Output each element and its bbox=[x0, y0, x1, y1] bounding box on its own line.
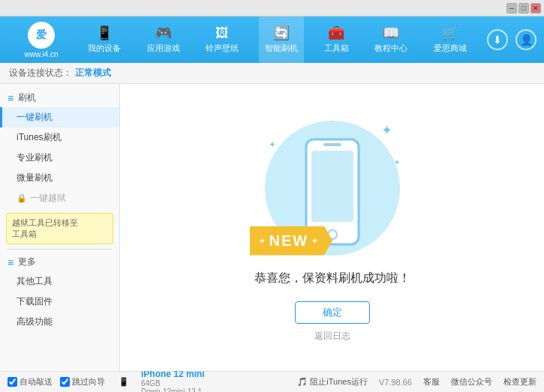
sidebar-section-more: ≡ 更多 bbox=[0, 253, 119, 271]
logo-icon: 爱 bbox=[28, 22, 55, 49]
nav-my-device-label: 我的设备 bbox=[88, 43, 121, 54]
sparkle-icon-3: ✦ bbox=[394, 158, 400, 166]
back-home-link[interactable]: 返回日志 bbox=[314, 330, 350, 343]
one-click-flash-label: 一键刷机 bbox=[17, 112, 53, 122]
sidebar-item-pro-flash[interactable]: 专业刷机 bbox=[0, 148, 119, 168]
nav-apps-games[interactable]: 🎮 应用游戏 bbox=[141, 16, 186, 63]
sidebar-item-download-firmware[interactable]: 下载固件 bbox=[0, 292, 119, 312]
sidebar-item-one-click-flash[interactable]: 一键刷机 bbox=[0, 107, 119, 127]
sidebar-item-wipe-flash[interactable]: 微量刷机 bbox=[0, 168, 119, 188]
sidebar-item-jailbreak-locked: 🔒 一键越狱 bbox=[0, 188, 119, 208]
header: 爱 www.i4.cn 📱 我的设备 🎮 应用游戏 🖼 铃声壁纸 🔄 智能刷机 … bbox=[0, 16, 544, 63]
nav-store[interactable]: 🛒 爱思商城 bbox=[428, 16, 473, 63]
sidebar-notice: 越狱工具已转移至工具箱 bbox=[6, 213, 113, 244]
bottom-bar: 自动敲送 跳过向导 📱 iPhone 12 mini 64GB Down-12m… bbox=[0, 371, 544, 392]
nav-store-label: 爱思商城 bbox=[434, 43, 467, 54]
wipe-flash-label: 微量刷机 bbox=[17, 172, 53, 183]
download-firmware-label: 下载固件 bbox=[17, 296, 53, 307]
itunes-icon: 🎵 bbox=[297, 377, 308, 387]
content-area: ✦ ✦ ✦ ✦ NEW ✦ bbox=[120, 84, 544, 371]
confirm-button[interactable]: 确定 bbox=[295, 301, 370, 324]
nav-toolbox-label: 工具箱 bbox=[324, 43, 349, 54]
update-link[interactable]: 检查更新 bbox=[503, 376, 536, 388]
close-button[interactable]: ✕ bbox=[530, 3, 541, 13]
skip-wizard-label: 跳过向导 bbox=[72, 376, 105, 388]
new-badge: ✦ NEW ✦ bbox=[250, 226, 333, 256]
auto-send-label: 自动敲送 bbox=[20, 376, 53, 388]
logo-text: www.i4.cn bbox=[24, 50, 58, 58]
title-bar: ─ □ ✕ bbox=[0, 0, 544, 16]
nav-smart-flash[interactable]: 🔄 智能刷机 bbox=[259, 16, 304, 63]
sparkle-icon-2: ✦ bbox=[269, 139, 276, 150]
window-controls: ─ □ ✕ bbox=[506, 3, 541, 13]
device-section: 📱 iPhone 12 mini 64GB Down-12mini-13,1 bbox=[119, 369, 205, 393]
nav-tutorial-label: 教程中心 bbox=[374, 43, 407, 54]
sidebar-item-itunes-flash[interactable]: iTunes刷机 bbox=[0, 127, 119, 148]
nav-my-device[interactable]: 📱 我的设备 bbox=[82, 16, 127, 63]
logo-area: 爱 www.i4.cn bbox=[8, 22, 75, 58]
itunes-flash-label: iTunes刷机 bbox=[17, 132, 62, 142]
itunes-status-label: 阻止iTunes运行 bbox=[310, 376, 368, 388]
store-icon: 🛒 bbox=[442, 26, 458, 40]
nav-bar: 📱 我的设备 🎮 应用游戏 🖼 铃声壁纸 🔄 智能刷机 🧰 工具箱 📖 教程中心… bbox=[75, 16, 479, 63]
nav-wallpaper-label: 铃声壁纸 bbox=[206, 43, 239, 54]
main-layout: ≡ 刷机 一键刷机 iTunes刷机 专业刷机 微量刷机 🔒 一键越狱 越狱工具… bbox=[0, 84, 544, 371]
auto-send-checkbox[interactable]: 自动敲送 bbox=[8, 376, 53, 388]
service-link[interactable]: 客服 bbox=[423, 376, 440, 388]
nav-toolbox[interactable]: 🧰 工具箱 bbox=[318, 16, 355, 63]
status-label: 设备连接状态： bbox=[9, 67, 72, 79]
lock-icon: 🔒 bbox=[17, 193, 27, 203]
device-info: iPhone 12 mini 64GB Down-12mini-13,1 bbox=[141, 369, 205, 393]
svg-rect-2 bbox=[323, 143, 341, 146]
nav-wallpaper[interactable]: 🖼 铃声壁纸 bbox=[200, 16, 245, 63]
device-model: Down-12mini-13,1 bbox=[141, 388, 205, 393]
sidebar: ≡ 刷机 一键刷机 iTunes刷机 专业刷机 微量刷机 🔒 一键越狱 越狱工具… bbox=[0, 84, 120, 371]
header-right: ⬇ 👤 bbox=[487, 29, 536, 50]
device-phone-icon: 📱 bbox=[119, 377, 129, 387]
minimize-button[interactable]: ─ bbox=[506, 3, 517, 13]
svg-rect-1 bbox=[311, 151, 353, 222]
version-label: V7.98.66 bbox=[379, 378, 412, 387]
auto-send-input[interactable] bbox=[8, 377, 17, 387]
status-bar: 设备连接状态： 正常模式 bbox=[0, 63, 544, 84]
itunes-status: 🎵 阻止iTunes运行 bbox=[297, 376, 368, 388]
sidebar-section-flash-label: 刷机 bbox=[18, 91, 36, 104]
maximize-button[interactable]: □ bbox=[518, 3, 529, 13]
phone-icon: 📱 bbox=[96, 26, 113, 40]
phone-illustration: ✦ ✦ ✦ ✦ NEW ✦ bbox=[257, 113, 407, 271]
sidebar-divider bbox=[8, 249, 112, 250]
sidebar-section-flash: ≡ 刷机 bbox=[0, 87, 119, 107]
skip-wizard-input[interactable] bbox=[60, 377, 70, 387]
games-icon: 🎮 bbox=[155, 26, 172, 40]
new-badge-text: NEW bbox=[269, 232, 309, 250]
bottom-left: 自动敲送 跳过向导 📱 iPhone 12 mini 64GB Down-12m… bbox=[8, 369, 205, 393]
wechat-link[interactable]: 微信公众号 bbox=[451, 376, 492, 388]
success-message: 恭喜您，保资料刷机成功啦！ bbox=[254, 271, 410, 286]
skip-wizard-checkbox[interactable]: 跳过向导 bbox=[60, 376, 105, 388]
user-button[interactable]: 👤 bbox=[515, 29, 536, 50]
star-right-icon: ✦ bbox=[311, 237, 319, 245]
new-badge-content: ✦ NEW ✦ bbox=[259, 232, 320, 250]
advanced-label: 高级功能 bbox=[17, 316, 53, 327]
nav-flash-label: 智能刷机 bbox=[265, 43, 298, 54]
sparkle-icon-1: ✦ bbox=[381, 122, 392, 139]
pro-flash-label: 专业刷机 bbox=[17, 152, 53, 163]
nav-apps-label: 应用游戏 bbox=[147, 43, 180, 54]
star-left-icon: ✦ bbox=[259, 237, 266, 245]
sidebar-section-more-label: 更多 bbox=[18, 256, 36, 268]
flash-section-icon: ≡ bbox=[8, 92, 14, 104]
status-value: 正常模式 bbox=[75, 67, 111, 79]
sidebar-item-other-tools[interactable]: 其他工具 bbox=[0, 271, 119, 292]
nav-tutorial[interactable]: 📖 教程中心 bbox=[368, 16, 413, 63]
download-button[interactable]: ⬇ bbox=[487, 29, 508, 50]
other-tools-label: 其他工具 bbox=[17, 276, 53, 286]
notice-text: 越狱工具已转移至工具箱 bbox=[12, 218, 78, 238]
success-content: ✦ ✦ ✦ ✦ NEW ✦ bbox=[254, 113, 410, 343]
wallpaper-icon: 🖼 bbox=[215, 26, 229, 40]
device-storage: 64GB bbox=[141, 379, 205, 388]
sidebar-item-advanced[interactable]: 高级功能 bbox=[0, 312, 119, 332]
flash-icon: 🔄 bbox=[273, 26, 290, 40]
book-icon: 📖 bbox=[383, 26, 399, 40]
bottom-right: 🎵 阻止iTunes运行 V7.98.66 客服 微信公众号 检查更新 bbox=[297, 376, 536, 388]
toolbox-icon: 🧰 bbox=[328, 26, 344, 40]
